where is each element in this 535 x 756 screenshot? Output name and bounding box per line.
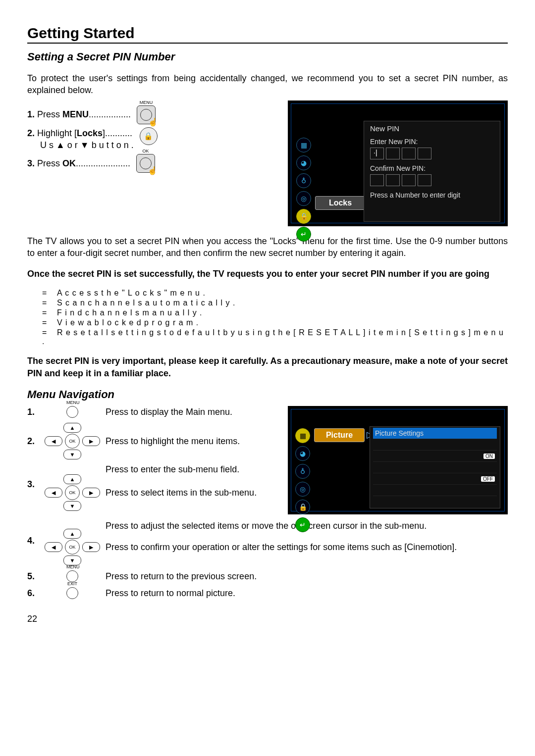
page-number: 22 xyxy=(27,614,508,624)
dpad-highlight-icon[interactable]: ◀ ▲OK▼ ▶ xyxy=(45,423,100,459)
nav-step-2-num: 2. xyxy=(27,436,39,447)
pin-note-intro: Once the secret PIN is set successfully,… xyxy=(27,268,508,280)
new-pin-title: New PIN xyxy=(370,124,494,133)
menu-picture-icon-2: ▦ xyxy=(295,428,310,443)
menu-sound-icon: ◕ xyxy=(296,155,311,170)
off-badge: OFF xyxy=(481,476,495,482)
menu-last-icon-2: ↵ xyxy=(295,517,310,532)
nav-step-2-text: Press to highlight the menu items. xyxy=(106,436,283,447)
pin-digit-2[interactable] xyxy=(386,148,400,159)
pin-confirm-4[interactable] xyxy=(418,174,431,186)
menu-locks-icon-2: 🔒 xyxy=(295,500,310,514)
menu-remote-button-return[interactable]: MENU xyxy=(66,570,78,582)
pin-body-1: The TV allows you to set a secret PIN wh… xyxy=(27,235,508,259)
menu-channel-icon: ♁ xyxy=(296,173,311,188)
nav-step-3-num: 3. xyxy=(27,479,39,490)
nav-step-1-num: 1. xyxy=(27,407,39,417)
section-pin-title: Setting a Secret PIN Number xyxy=(27,50,508,63)
enter-new-pin-label: Enter New PIN: xyxy=(370,138,494,146)
menu-picture-icon: ▦ xyxy=(296,138,311,152)
on-badge: ON xyxy=(483,454,495,459)
nav-step-1-text: Press to display the Main menu. xyxy=(106,407,283,417)
menu-settings-icon: ◎ xyxy=(296,191,311,206)
pin-hint: Press a Number to enter digit xyxy=(370,191,494,199)
pin-confirm-1[interactable] xyxy=(370,174,384,186)
lock-icon: 🔒 xyxy=(140,127,158,145)
locks-screen-illustration: ▦ ◕ ♁ ◎ 🔒 ↵ Locks New PIN Enter New PIN:… xyxy=(288,101,508,226)
pin-note-warning: The secret PIN is very important, please… xyxy=(27,355,508,379)
exit-remote-button[interactable]: EXIT xyxy=(66,587,78,599)
pin-digit-3[interactable] xyxy=(402,148,416,159)
pin-digit-1[interactable]: ·| xyxy=(370,148,384,159)
picture-sub-panel: Picture Settings ON OFF xyxy=(370,426,500,508)
pin-entry-panel: New PIN Enter New PIN: ·| Confirm New PI… xyxy=(364,121,500,222)
picture-label: Picture xyxy=(314,428,365,442)
step-1: 1. Press MENU................. xyxy=(27,108,131,120)
dpad-adjust-icon[interactable]: ◀ ▲OK▼ ▶ xyxy=(45,529,100,565)
menu-remote-button[interactable]: MENU xyxy=(66,406,78,418)
section-menu-nav-title: Menu Navigation xyxy=(27,388,508,401)
intro-paragraph: To protect the user's settings from bein… xyxy=(27,72,508,97)
nav-step-5-text: Press to return to the previous screen. xyxy=(106,571,508,582)
dpad-submenu-icon[interactable]: ◀ ▲OK▼ ▶ xyxy=(45,474,100,511)
step-3: 3. Press OK...................... xyxy=(27,157,130,169)
menu-settings-icon-2: ◎ xyxy=(295,482,310,497)
nav-step-6-num: 6. xyxy=(27,588,39,599)
locks-label: Locks xyxy=(315,196,366,210)
menu-sound-icon-2: ◕ xyxy=(295,446,310,461)
ok-button-icon[interactable]: OK☝ xyxy=(136,154,155,173)
page-title: Getting Started xyxy=(27,25,508,44)
menu-last-icon: ↵ xyxy=(296,227,311,242)
picture-settings-item[interactable]: Picture Settings xyxy=(375,429,424,437)
menu-channel-icon-2: ♁ xyxy=(295,464,310,479)
nav-step-3-text: Press to enter the sub-menu field. Press… xyxy=(106,464,283,498)
pin-digit-4[interactable] xyxy=(418,148,431,159)
nav-step-5-num: 5. xyxy=(27,571,39,582)
picture-screen-illustration: ▦ ◕ ♁ ◎ 🔒 ↵ Picture ▷ Picture Settings O… xyxy=(288,406,508,514)
restricted-actions-list: =A c c e s s t h e " L o c k s " m e n u… xyxy=(42,289,508,346)
step-2: 2. Highlight [Locks]........... U s ▲ o … xyxy=(27,127,134,151)
menu-locks-icon: 🔒 xyxy=(296,209,311,224)
nav-step-6-text: Press to return to normal picture. xyxy=(106,588,508,599)
pin-confirm-3[interactable] xyxy=(402,174,416,186)
pin-confirm-2[interactable] xyxy=(386,174,400,186)
confirm-new-pin-label: Confirm New PIN: xyxy=(370,164,494,172)
nav-step-4-num: 4. xyxy=(27,536,39,546)
menu-button-icon[interactable]: MENU☝ xyxy=(137,105,156,124)
